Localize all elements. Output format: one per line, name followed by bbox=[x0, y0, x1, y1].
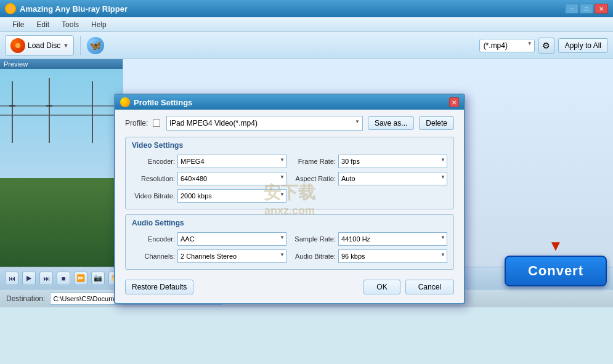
delete-button[interactable]: Delete bbox=[419, 116, 454, 130]
settings-gear-button[interactable]: ⚙ bbox=[538, 38, 554, 54]
frame-rate-select[interactable]: 30 fps bbox=[338, 155, 447, 168]
app-icon bbox=[5, 3, 16, 14]
encoder-label: Encoder: bbox=[132, 158, 175, 165]
disc-icon bbox=[10, 38, 25, 53]
encoder-select[interactable]: MPEG4 bbox=[177, 155, 286, 168]
audio-encoder-select-box: AAC bbox=[177, 232, 286, 246]
channels-row: Channels: 2 Channels Stereo bbox=[132, 249, 286, 263]
load-disc-button[interactable]: Load Disc ▼ bbox=[5, 35, 74, 56]
toolbar: Load Disc ▼ 🦋 ⚙ Apply to All bbox=[0, 32, 613, 59]
window-controls: − □ ✕ bbox=[565, 4, 608, 14]
video-bitrate-select[interactable]: 2000 kbps bbox=[177, 189, 286, 203]
brand-icon: 🦋 bbox=[87, 37, 104, 54]
dialog-icon bbox=[120, 97, 130, 107]
save-as-button[interactable]: Save as... bbox=[368, 116, 414, 130]
toolbar-right: ⚙ Apply to All bbox=[479, 38, 608, 54]
dialog-title: Profile Settings bbox=[134, 98, 449, 107]
profile-settings-dialog: Profile Settings ✕ Profile: iPad MPEG4 V… bbox=[114, 94, 465, 304]
menu-help[interactable]: Help bbox=[85, 19, 113, 30]
dialog-overlay: Profile Settings ✕ Profile: iPad MPEG4 V… bbox=[0, 59, 613, 307]
format-dropdown-box bbox=[479, 39, 535, 52]
channels-label: Channels: bbox=[132, 253, 175, 260]
video-settings-title: Video Settings bbox=[132, 141, 447, 150]
aspect-ratio-row: Aspect Ratio: Auto bbox=[293, 172, 447, 185]
menu-file[interactable]: File bbox=[6, 19, 30, 30]
dialog-footer: Restore Defaults OK Cancel bbox=[125, 276, 454, 294]
profile-label: Profile: bbox=[125, 119, 148, 127]
profile-row: Profile: iPad MPEG4 Video(*.mp4) Save as… bbox=[125, 116, 454, 131]
audio-settings-grid: Encoder: AAC Sample Rate: bbox=[132, 232, 447, 263]
audio-encoder-row: Encoder: AAC bbox=[132, 232, 286, 246]
toolbar-separator bbox=[80, 36, 81, 55]
logo-icon: 🦋 bbox=[87, 37, 104, 54]
audio-settings-section: Audio Settings Encoder: AAC bbox=[125, 214, 454, 270]
channels-select-box: 2 Channels Stereo bbox=[177, 249, 286, 263]
sample-rate-row: Sample Rate: 44100 Hz bbox=[293, 232, 447, 246]
dialog-title-bar: Profile Settings ✕ bbox=[115, 95, 464, 110]
restore-defaults-button[interactable]: Restore Defaults bbox=[125, 280, 193, 294]
resolution-select[interactable]: 640×480 bbox=[177, 172, 286, 185]
audio-bitrate-row: Audio Bitrate: 96 kbps bbox=[293, 249, 447, 263]
encoder-select-box: MPEG4 bbox=[177, 155, 286, 168]
close-button[interactable]: ✕ bbox=[595, 4, 608, 14]
frame-rate-label: Frame Rate: bbox=[293, 158, 336, 165]
dropdown-arrow-icon: ▼ bbox=[63, 42, 68, 49]
video-settings-grid: Encoder: MPEG4 Frame Rate: bbox=[132, 155, 447, 203]
frame-rate-row: Frame Rate: 30 fps bbox=[293, 155, 447, 168]
minimize-button[interactable]: − bbox=[565, 4, 578, 14]
audio-bitrate-label: Audio Bitrate: bbox=[293, 253, 336, 260]
app-title: Amazing Any Blu-ray Ripper bbox=[20, 4, 565, 14]
audio-settings-title: Audio Settings bbox=[132, 219, 447, 227]
ok-button[interactable]: OK bbox=[363, 280, 400, 294]
profile-select-box: iPad MPEG4 Video(*.mp4) bbox=[166, 116, 363, 131]
video-bitrate-select-box: 2000 kbps bbox=[177, 189, 286, 203]
ok-cancel-row: OK Cancel bbox=[363, 280, 454, 294]
frame-rate-select-box: 30 fps bbox=[338, 155, 447, 168]
menu-tools[interactable]: Tools bbox=[55, 19, 85, 30]
gear-icon: ⚙ bbox=[542, 41, 550, 51]
aspect-ratio-select-box: Auto bbox=[338, 172, 447, 185]
load-disc-label: Load Disc bbox=[28, 41, 60, 50]
audio-encoder-label: Encoder: bbox=[132, 235, 175, 243]
sample-rate-select[interactable]: 44100 Hz bbox=[338, 232, 447, 246]
profile-check-icon bbox=[153, 119, 160, 127]
video-settings-section: Video Settings Encoder: MPEG4 bbox=[125, 137, 454, 209]
channels-select[interactable]: 2 Channels Stereo bbox=[177, 249, 286, 263]
video-bitrate-label: Video Bitrate: bbox=[132, 192, 175, 200]
resolution-label: Resolution: bbox=[132, 175, 175, 182]
audio-bitrate-select-box: 96 kbps bbox=[338, 249, 447, 263]
sample-rate-select-box: 44100 Hz bbox=[338, 232, 447, 246]
aspect-ratio-label: Aspect Ratio: bbox=[293, 175, 336, 182]
apply-all-button[interactable]: Apply to All bbox=[558, 38, 608, 53]
resolution-select-box: 640×480 bbox=[177, 172, 286, 185]
maximize-button[interactable]: □ bbox=[580, 4, 593, 14]
format-input[interactable] bbox=[479, 39, 535, 52]
audio-bitrate-select[interactable]: 96 kbps bbox=[338, 249, 447, 263]
resolution-row: Resolution: 640×480 bbox=[132, 172, 286, 185]
aspect-ratio-select[interactable]: Auto bbox=[338, 172, 447, 185]
menu-edit[interactable]: Edit bbox=[30, 19, 55, 30]
title-bar: Amazing Any Blu-ray Ripper − □ ✕ bbox=[0, 0, 613, 17]
encoder-row: Encoder: MPEG4 bbox=[132, 155, 286, 168]
cancel-button[interactable]: Cancel bbox=[405, 280, 454, 294]
menu-bar: File Edit Tools Help bbox=[0, 17, 613, 32]
audio-encoder-select[interactable]: AAC bbox=[177, 232, 286, 246]
sample-rate-label: Sample Rate: bbox=[293, 235, 336, 243]
dialog-close-button[interactable]: ✕ bbox=[449, 97, 459, 107]
video-bitrate-row: Video Bitrate: 2000 kbps bbox=[132, 189, 286, 203]
profile-select[interactable]: iPad MPEG4 Video(*.mp4) bbox=[166, 116, 363, 131]
dialog-body: Profile: iPad MPEG4 Video(*.mp4) Save as… bbox=[115, 110, 464, 303]
